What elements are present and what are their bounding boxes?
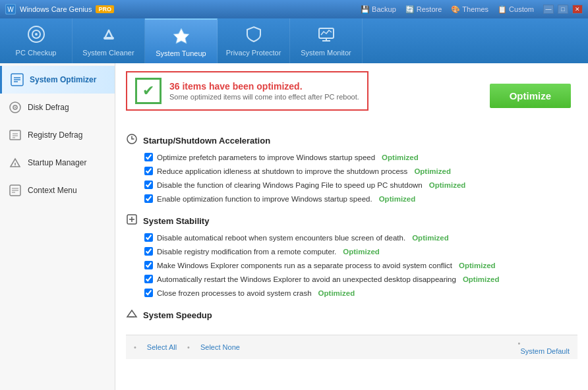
list-item: Automatically restart the Windows Explor… bbox=[126, 272, 577, 286]
privacy-protector-icon bbox=[245, 25, 263, 46]
status-banner: ✔ 36 items have been optimized. Some opt… bbox=[126, 71, 368, 111]
svg-marker-34 bbox=[127, 310, 136, 317]
nav-label-system-cleaner: System Cleaner bbox=[82, 49, 134, 57]
item-text: Automatically restart the Windows Explor… bbox=[157, 275, 456, 283]
backup-action[interactable]: 💾 Backup bbox=[361, 5, 396, 14]
svg-point-25 bbox=[15, 166, 16, 167]
optimized-tag: Optimized bbox=[379, 195, 416, 203]
themes-icon: 🎨 bbox=[451, 5, 460, 14]
nav-label-pc-checkup: PC Checkup bbox=[16, 49, 57, 57]
speedup-section-icon bbox=[126, 308, 138, 322]
svg-point-4 bbox=[35, 33, 38, 36]
select-none-link[interactable]: Select None bbox=[200, 343, 240, 351]
svg-marker-8 bbox=[173, 28, 189, 43]
list-item: Reduce application idleness at shutdown … bbox=[126, 164, 577, 178]
window-controls: — □ ✕ bbox=[543, 5, 583, 14]
title-bar-left: W Windows Care Genius PRO bbox=[5, 4, 361, 14]
startup-section-title: Startup/Shutdown Acceleration bbox=[143, 136, 270, 146]
item-text: Disable registry modification from a rem… bbox=[157, 248, 336, 256]
optimize-button[interactable]: Optimize bbox=[490, 84, 571, 108]
select-all-link[interactable]: Select All bbox=[147, 343, 177, 351]
startup-manager-icon bbox=[8, 155, 22, 170]
bottom-right: • System Default bbox=[517, 339, 570, 355]
minimize-button[interactable]: — bbox=[543, 5, 554, 14]
nav-item-system-tuneup[interactable]: System Tuneup bbox=[145, 18, 218, 63]
checkbox-startup-3[interactable] bbox=[144, 181, 153, 189]
themes-action[interactable]: 🎨 Themes bbox=[451, 5, 488, 14]
title-bar-actions: 💾 Backup 🔄 Restore 🎨 Themes 📋 Custom bbox=[361, 5, 534, 14]
pro-badge: PRO bbox=[96, 5, 114, 13]
status-check-icon: ✔ bbox=[135, 78, 162, 104]
list-item: Enable optimization function to improve … bbox=[126, 192, 577, 206]
maximize-button[interactable]: □ bbox=[558, 5, 568, 14]
main-area: System Optimizer Disk Defrag Registry De… bbox=[0, 63, 588, 390]
sidebar-item-startup-manager[interactable]: Startup Manager bbox=[0, 149, 115, 177]
status-text-area: 36 items have been optimized. Some optim… bbox=[169, 81, 359, 101]
restore-icon: 🔄 bbox=[405, 5, 415, 14]
sidebar: System Optimizer Disk Defrag Registry De… bbox=[0, 63, 115, 390]
checkbox-stability-3[interactable] bbox=[144, 261, 153, 269]
item-text: Optimize prefetch parameters to improve … bbox=[157, 153, 375, 161]
bullet-3: • bbox=[517, 339, 520, 347]
item-text: Close frozen processes to avoid system c… bbox=[157, 289, 312, 297]
disk-defrag-icon bbox=[8, 100, 22, 115]
optimized-tag: Optimized bbox=[463, 275, 500, 283]
checkbox-startup-4[interactable] bbox=[144, 194, 153, 203]
sidebar-item-disk-defrag[interactable]: Disk Defrag bbox=[0, 94, 115, 121]
section-startup-shutdown-header: Startup/Shutdown Acceleration bbox=[126, 129, 577, 150]
checkbox-startup-1[interactable] bbox=[144, 153, 153, 161]
nav-label-system-tuneup: System Tuneup bbox=[156, 49, 206, 57]
sidebar-label-startup-manager: Startup Manager bbox=[28, 158, 86, 167]
themes-label: Themes bbox=[462, 5, 488, 13]
list-item: Disable automatical reboot when system e… bbox=[126, 231, 577, 244]
optimized-tag: Optimized bbox=[429, 181, 466, 189]
backup-label: Backup bbox=[372, 5, 396, 13]
sidebar-item-system-optimizer[interactable]: System Optimizer bbox=[0, 66, 115, 94]
nav-item-system-cleaner[interactable]: System Cleaner bbox=[73, 18, 145, 63]
nav-item-privacy-protector[interactable]: Privacy Protector bbox=[218, 18, 290, 63]
close-button[interactable]: ✕ bbox=[572, 5, 583, 14]
nav-item-pc-checkup[interactable]: PC Checkup bbox=[0, 18, 73, 63]
sidebar-item-registry-defrag[interactable]: Registry Defrag bbox=[0, 121, 115, 149]
status-count: 36 bbox=[169, 81, 180, 92]
sidebar-label-disk-defrag: Disk Defrag bbox=[28, 103, 69, 112]
checkbox-stability-5[interactable] bbox=[144, 289, 153, 297]
item-text: Enable optimization function to improve … bbox=[157, 195, 372, 203]
bullet-2: • bbox=[187, 343, 190, 351]
stability-section-icon bbox=[126, 213, 138, 228]
custom-icon: 📋 bbox=[498, 5, 507, 14]
optimized-tag: Optimized bbox=[414, 167, 451, 175]
system-tuneup-icon bbox=[172, 26, 191, 47]
checkbox-stability-1[interactable] bbox=[144, 233, 153, 242]
optimized-tag: Optimized bbox=[382, 153, 419, 161]
content-area: ✔ 36 items have been optimized. Some opt… bbox=[115, 63, 588, 390]
backup-icon: 💾 bbox=[361, 5, 370, 14]
checkbox-startup-2[interactable] bbox=[144, 167, 153, 175]
sidebar-item-context-menu[interactable]: Context Menu bbox=[0, 177, 115, 204]
list-item: Make Windows Explorer components run as … bbox=[126, 258, 577, 272]
optimized-tag: Optimized bbox=[412, 234, 449, 242]
pc-checkup-icon bbox=[27, 25, 45, 46]
custom-action[interactable]: 📋 Custom bbox=[498, 5, 534, 14]
nav-bar: PC Checkup System Cleaner System Tuneup … bbox=[0, 18, 588, 63]
nav-item-system-monitor[interactable]: System Monitor bbox=[290, 18, 363, 63]
checkbox-stability-4[interactable] bbox=[144, 275, 153, 283]
optimized-tag: Optimized bbox=[459, 262, 496, 269]
list-item: Optimize prefetch parameters to improve … bbox=[126, 150, 577, 164]
startup-section-icon bbox=[126, 133, 138, 148]
svg-point-18 bbox=[15, 107, 16, 108]
bullet-1: • bbox=[134, 343, 136, 351]
context-menu-icon bbox=[8, 183, 22, 198]
restore-action[interactable]: 🔄 Restore bbox=[405, 5, 442, 14]
section-system-stability-header: System Stability bbox=[126, 209, 577, 231]
sidebar-label-context-menu: Context Menu bbox=[28, 186, 77, 195]
nav-label-system-monitor: System Monitor bbox=[301, 49, 351, 57]
checkbox-stability-2[interactable] bbox=[144, 247, 153, 256]
optimized-tag: Optimized bbox=[318, 289, 355, 297]
system-monitor-icon bbox=[317, 25, 336, 46]
system-cleaner-icon bbox=[100, 25, 118, 46]
status-main-text: 36 items have been optimized. bbox=[169, 81, 359, 92]
system-default-link[interactable]: System Default bbox=[520, 347, 570, 355]
item-text: Disable the function of clearing Windows… bbox=[157, 181, 423, 189]
registry-defrag-icon bbox=[8, 128, 22, 142]
